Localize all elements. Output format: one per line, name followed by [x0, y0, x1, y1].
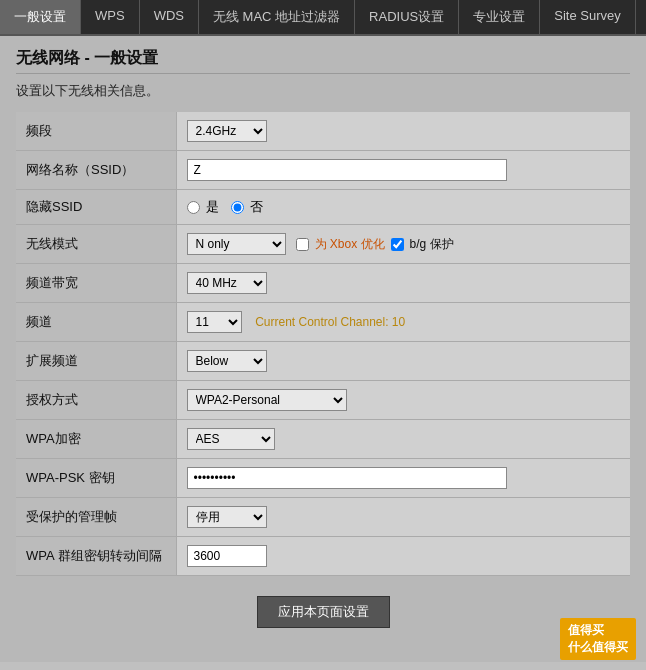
xbox-optimize-checkbox[interactable] [296, 238, 309, 251]
cell-ext-channel: Below Above [176, 342, 630, 381]
tab-mac-filter[interactable]: 无线 MAC 地址过滤器 [199, 0, 355, 34]
ssid-input[interactable] [187, 159, 507, 181]
table-row: 无线模式 B only G only N only B/G Mixed B/G/… [16, 225, 630, 264]
protected-frame-select[interactable]: 停用 启用 必须 [187, 506, 267, 528]
label-channel-bw: 频道带宽 [16, 264, 176, 303]
label-wpa-psk: WPA-PSK 密钥 [16, 459, 176, 498]
cell-hide-ssid: 是 否 [176, 190, 630, 225]
bg-protect-label[interactable]: b/g 保护 [391, 236, 454, 253]
cell-channel: 1234 5678 91011 1213Auto Current Control… [176, 303, 630, 342]
ext-channel-select[interactable]: Below Above [187, 350, 267, 372]
wireless-mode-select[interactable]: B only G only N only B/G Mixed B/G/N Mix… [187, 233, 286, 255]
cell-wireless-mode: B only G only N only B/G Mixed B/G/N Mix… [176, 225, 630, 264]
watermark: 值得买什么值得买 [560, 618, 636, 660]
wpa-enc-select[interactable]: AES TKIP TKIP+AES [187, 428, 275, 450]
page-subtitle: 设置以下无线相关信息。 [16, 82, 630, 100]
table-row: 隐藏SSID 是 否 [16, 190, 630, 225]
label-wpa-interval: WPA 群组密钥转动间隔 [16, 537, 176, 576]
label-auth-method: 授权方式 [16, 381, 176, 420]
table-row: 频段 2.4GHz 5GHz [16, 112, 630, 151]
table-row: 网络名称（SSID） [16, 151, 630, 190]
hide-ssid-no-radio[interactable] [231, 201, 244, 214]
main-content: 无线网络 - 一般设置 设置以下无线相关信息。 频段 2.4GHz 5GHz 网… [0, 36, 646, 662]
tab-general[interactable]: 一般设置 [0, 0, 81, 34]
hide-ssid-yes-text: 是 [206, 198, 219, 216]
label-ssid: 网络名称（SSID） [16, 151, 176, 190]
label-ext-channel: 扩展频道 [16, 342, 176, 381]
tab-advanced[interactable]: 专业设置 [459, 0, 540, 34]
cell-protected-frame: 停用 启用 必须 [176, 498, 630, 537]
page-title: 无线网络 - 一般设置 [16, 48, 630, 74]
auth-method-select[interactable]: Open System Shared Key WPA-Personal WPA2… [187, 389, 347, 411]
label-wpa-enc: WPA加密 [16, 420, 176, 459]
table-row: WPA加密 AES TKIP TKIP+AES [16, 420, 630, 459]
table-row: WPA 群组密钥转动间隔 [16, 537, 630, 576]
channel-bw-select[interactable]: 20 MHz 40 MHz [187, 272, 267, 294]
cell-band: 2.4GHz 5GHz [176, 112, 630, 151]
cell-channel-bw: 20 MHz 40 MHz [176, 264, 630, 303]
cell-wpa-psk [176, 459, 630, 498]
bg-protect-text: b/g 保护 [410, 236, 454, 253]
channel-current-info: Current Control Channel: 10 [255, 315, 405, 329]
channel-select[interactable]: 1234 5678 91011 1213Auto [187, 311, 242, 333]
bottom-bar: 应用本页面设置 [16, 576, 630, 636]
hide-ssid-no-text: 否 [250, 198, 263, 216]
cell-ssid [176, 151, 630, 190]
label-wireless-mode: 无线模式 [16, 225, 176, 264]
hide-ssid-group: 是 否 [187, 198, 621, 216]
table-row: WPA-PSK 密钥 [16, 459, 630, 498]
settings-table: 频段 2.4GHz 5GHz 网络名称（SSID） 隐藏SSID [16, 112, 630, 576]
xbox-optimize-text: 为 Xbox 优化 [315, 236, 385, 253]
wpa-interval-input[interactable] [187, 545, 267, 567]
table-row: 频道 1234 5678 91011 1213Auto Current Cont… [16, 303, 630, 342]
label-channel: 频道 [16, 303, 176, 342]
hide-ssid-yes-label[interactable]: 是 [187, 198, 219, 216]
band-select[interactable]: 2.4GHz 5GHz [187, 120, 267, 142]
table-row: 授权方式 Open System Shared Key WPA-Personal… [16, 381, 630, 420]
hide-ssid-no-label[interactable]: 否 [231, 198, 263, 216]
tab-wds[interactable]: WDS [140, 0, 199, 34]
tab-site-survey[interactable]: Site Survey [540, 0, 635, 34]
label-band: 频段 [16, 112, 176, 151]
hide-ssid-yes-radio[interactable] [187, 201, 200, 214]
cell-auth-method: Open System Shared Key WPA-Personal WPA2… [176, 381, 630, 420]
tab-bar: 一般设置 WPS WDS 无线 MAC 地址过滤器 RADIUS设置 专业设置 … [0, 0, 646, 36]
tab-wps[interactable]: WPS [81, 0, 140, 34]
cell-wpa-interval [176, 537, 630, 576]
table-row: 受保护的管理帧 停用 启用 必须 [16, 498, 630, 537]
cell-wpa-enc: AES TKIP TKIP+AES [176, 420, 630, 459]
wireless-mode-row: B only G only N only B/G Mixed B/G/N Mix… [187, 233, 621, 255]
apply-button[interactable]: 应用本页面设置 [257, 596, 390, 628]
table-row: 频道带宽 20 MHz 40 MHz [16, 264, 630, 303]
xbox-optimize-label[interactable]: 为 Xbox 优化 [296, 236, 385, 253]
bg-protect-checkbox[interactable] [391, 238, 404, 251]
tab-radius[interactable]: RADIUS设置 [355, 0, 459, 34]
label-protected-frame: 受保护的管理帧 [16, 498, 176, 537]
table-row: 扩展频道 Below Above [16, 342, 630, 381]
wpa-psk-input[interactable] [187, 467, 507, 489]
label-hide-ssid: 隐藏SSID [16, 190, 176, 225]
mode-options-group: 为 Xbox 优化 b/g 保护 [296, 236, 454, 253]
